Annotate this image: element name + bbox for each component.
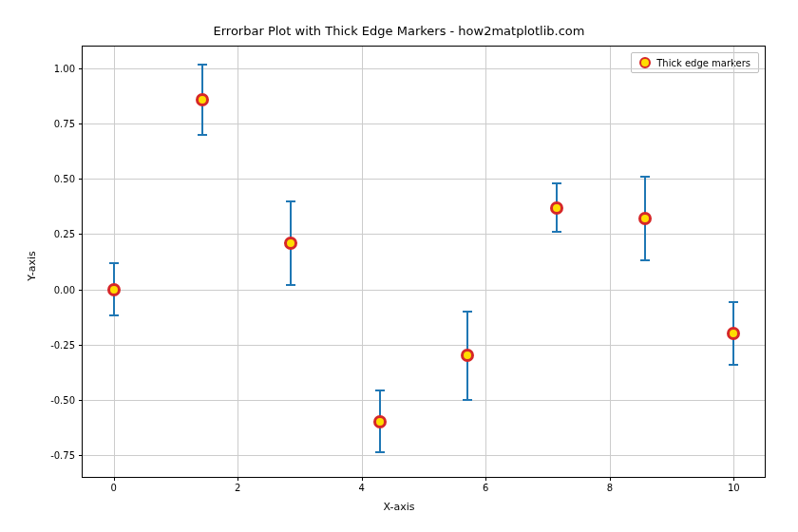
y-tick-label: 1.00: [54, 64, 83, 74]
legend: Thick edge markers: [631, 52, 759, 73]
y-tick-label: 0.50: [54, 174, 83, 184]
grid-line-horizontal: [83, 124, 765, 124]
grid-line-horizontal: [83, 400, 765, 401]
data-marker: [727, 327, 740, 340]
error-cap-bottom: [640, 259, 650, 261]
error-cap-bottom: [375, 451, 385, 453]
grid-line-vertical: [362, 47, 363, 477]
y-tick-label: 0.00: [54, 284, 83, 294]
error-cap-top: [375, 390, 385, 391]
data-marker: [373, 415, 387, 428]
x-tick-label: 10: [728, 477, 740, 493]
grid-line-horizontal: [83, 68, 765, 69]
error-cap-top: [640, 176, 650, 178]
grid-line-vertical: [485, 47, 486, 477]
error-cap-bottom: [463, 399, 472, 401]
y-axis-label: Y-axis: [26, 251, 38, 280]
error-cap-top: [198, 64, 207, 66]
grid-line-vertical: [733, 47, 734, 477]
error-cap-bottom: [109, 314, 119, 316]
y-tick-label: 0.25: [54, 229, 83, 239]
legend-label: Thick edge markers: [656, 58, 750, 68]
data-marker: [107, 283, 121, 296]
y-tick-label: 0.75: [54, 119, 83, 129]
x-tick-label: 8: [607, 477, 613, 493]
data-marker: [284, 237, 297, 250]
y-tick-label: -0.75: [50, 449, 83, 460]
data-marker: [550, 201, 563, 215]
data-marker: [461, 349, 474, 362]
grid-line-horizontal: [83, 179, 765, 180]
x-tick-label: 4: [359, 477, 365, 493]
error-cap-bottom: [286, 284, 295, 286]
plot-area: Thick edge markers 0246810-0.75-0.50-0.2…: [82, 46, 766, 478]
legend-marker-icon: [639, 57, 651, 68]
figure: Errorbar Plot with Thick Edge Markers - …: [0, 0, 798, 532]
error-cap-bottom: [552, 231, 561, 233]
x-tick-label: 0: [110, 477, 116, 493]
y-tick-label: -0.25: [50, 339, 83, 350]
grid-line-vertical: [610, 47, 611, 477]
error-cap-top: [463, 311, 472, 313]
data-marker: [196, 93, 209, 106]
x-axis-label: X-axis: [0, 501, 798, 513]
error-cap-bottom: [729, 364, 738, 366]
y-tick-label: -0.50: [50, 394, 83, 405]
error-cap-top: [729, 301, 738, 303]
error-cap-top: [552, 182, 561, 184]
error-cap-bottom: [198, 134, 207, 136]
error-cap-top: [109, 262, 119, 264]
grid-line-horizontal: [83, 234, 765, 235]
x-tick-label: 6: [483, 477, 488, 493]
grid-line-horizontal: [83, 345, 765, 346]
grid-line-horizontal: [83, 290, 765, 291]
grid-line-vertical: [238, 47, 238, 477]
chart-title: Errorbar Plot with Thick Edge Markers - …: [0, 24, 798, 38]
error-cap-top: [286, 200, 295, 202]
grid-line-horizontal: [83, 455, 765, 456]
data-marker: [638, 212, 652, 225]
x-tick-label: 2: [235, 477, 240, 493]
